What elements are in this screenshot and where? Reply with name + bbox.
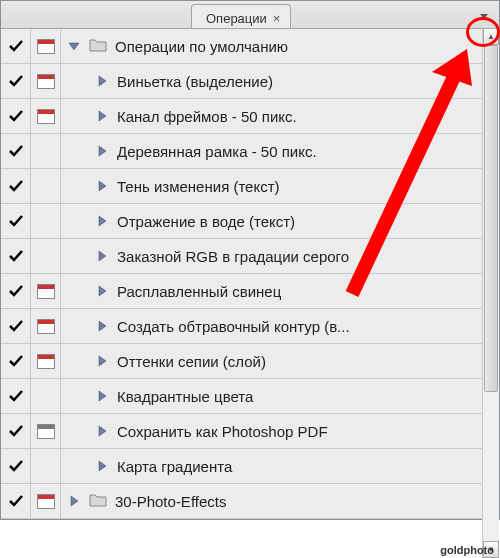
- tab-label: Операции: [206, 11, 267, 26]
- row-main: Оттенки сепии (слой): [61, 353, 499, 370]
- toggle-dialog-checkbox[interactable]: [31, 309, 61, 343]
- action-row[interactable]: Расплавленный свинец: [1, 274, 499, 309]
- disclosure-right-icon[interactable]: [95, 250, 109, 262]
- action-label: Виньетка (выделение): [117, 73, 273, 90]
- toggle-enabled-checkbox[interactable]: [1, 99, 31, 133]
- toggle-enabled-checkbox[interactable]: [1, 134, 31, 168]
- toggle-dialog-checkbox[interactable]: [31, 414, 61, 448]
- dialog-icon: [37, 74, 55, 89]
- svg-marker-0: [480, 14, 488, 19]
- toggle-enabled-checkbox[interactable]: [1, 449, 31, 483]
- toggle-enabled-checkbox[interactable]: [1, 344, 31, 378]
- folder-icon: [89, 38, 107, 55]
- toggle-dialog-checkbox[interactable]: [31, 29, 61, 63]
- toggle-enabled-checkbox[interactable]: [1, 274, 31, 308]
- svg-marker-3: [99, 111, 106, 121]
- svg-marker-7: [99, 251, 106, 261]
- disclosure-right-icon[interactable]: [95, 355, 109, 367]
- action-label: Тень изменения (текст): [117, 178, 280, 195]
- disclosure-right-icon[interactable]: [95, 145, 109, 157]
- toggle-enabled-checkbox[interactable]: [1, 414, 31, 448]
- toggle-dialog-checkbox[interactable]: [31, 344, 61, 378]
- svg-marker-14: [71, 496, 78, 506]
- disclosure-right-icon[interactable]: [95, 215, 109, 227]
- scroll-thumb[interactable]: [484, 45, 498, 392]
- dialog-icon: [37, 494, 55, 509]
- toggle-enabled-checkbox[interactable]: [1, 484, 31, 518]
- scroll-up-button[interactable]: ▲: [483, 28, 499, 45]
- row-main: 30-Photo-Effects: [61, 493, 499, 510]
- action-label: Канал фреймов - 50 пикс.: [117, 108, 297, 125]
- toggle-dialog-checkbox[interactable]: [31, 64, 61, 98]
- svg-marker-6: [99, 216, 106, 226]
- action-label: Расплавленный свинец: [117, 283, 281, 300]
- action-row[interactable]: Сохранить как Photoshop PDF: [1, 414, 499, 449]
- action-label: Создать обтравочный контур (в...: [117, 318, 350, 335]
- action-label: Квадрантные цвета: [117, 388, 253, 405]
- toggle-dialog-checkbox[interactable]: [31, 484, 61, 518]
- row-main: Канал фреймов - 50 пикс.: [61, 108, 499, 125]
- toggle-enabled-checkbox[interactable]: [1, 239, 31, 273]
- toggle-enabled-checkbox[interactable]: [1, 204, 31, 238]
- action-row[interactable]: Виньетка (выделение): [1, 64, 499, 99]
- disclosure-right-icon[interactable]: [95, 425, 109, 437]
- action-row[interactable]: Отражение в воде (текст): [1, 204, 499, 239]
- action-row[interactable]: Создать обтравочный контур (в...: [1, 309, 499, 344]
- toggle-dialog-checkbox[interactable]: [31, 134, 61, 168]
- disclosure-right-icon[interactable]: [95, 75, 109, 87]
- toggle-dialog-checkbox[interactable]: [31, 449, 61, 483]
- toggle-enabled-checkbox[interactable]: [1, 29, 31, 63]
- action-row[interactable]: Канал фреймов - 50 пикс.: [1, 99, 499, 134]
- dialog-icon: [37, 424, 55, 439]
- row-main: Расплавленный свинец: [61, 283, 499, 300]
- svg-marker-9: [99, 321, 106, 331]
- dialog-icon: [37, 354, 55, 369]
- toggle-enabled-checkbox[interactable]: [1, 64, 31, 98]
- row-main: Квадрантные цвета: [61, 388, 499, 405]
- action-label: 30-Photo-Effects: [115, 493, 226, 510]
- close-icon[interactable]: ×: [273, 11, 281, 26]
- scroll-track[interactable]: [483, 45, 499, 541]
- row-main: Операции по умолчанию: [61, 38, 499, 55]
- row-main: Создать обтравочный контур (в...: [61, 318, 499, 335]
- disclosure-right-icon[interactable]: [67, 495, 81, 507]
- action-row[interactable]: Заказной RGB в градации серого: [1, 239, 499, 274]
- scrollbar[interactable]: ▲ ▼: [482, 28, 499, 558]
- action-row[interactable]: Карта градиента: [1, 449, 499, 484]
- toggle-dialog-checkbox[interactable]: [31, 239, 61, 273]
- tab-actions[interactable]: Операции ×: [191, 4, 291, 28]
- svg-marker-5: [99, 181, 106, 191]
- toggle-enabled-checkbox[interactable]: [1, 169, 31, 203]
- disclosure-right-icon[interactable]: [95, 285, 109, 297]
- action-row[interactable]: Оттенки сепии (слой): [1, 344, 499, 379]
- disclosure-right-icon[interactable]: [95, 460, 109, 472]
- svg-marker-11: [99, 391, 106, 401]
- action-row[interactable]: 30-Photo-Effects: [1, 484, 499, 519]
- action-label: Деревянная рамка - 50 пикс.: [117, 143, 317, 160]
- action-label: Оттенки сепии (слой): [117, 353, 266, 370]
- toggle-dialog-checkbox[interactable]: [31, 379, 61, 413]
- row-main: Отражение в воде (текст): [61, 213, 499, 230]
- toggle-dialog-checkbox[interactable]: [31, 99, 61, 133]
- action-row[interactable]: Операции по умолчанию: [1, 29, 499, 64]
- toggle-dialog-checkbox[interactable]: [31, 169, 61, 203]
- disclosure-down-icon[interactable]: [67, 40, 81, 52]
- toggle-dialog-checkbox[interactable]: [31, 274, 61, 308]
- disclosure-right-icon[interactable]: [95, 110, 109, 122]
- toggle-enabled-checkbox[interactable]: [1, 379, 31, 413]
- disclosure-right-icon[interactable]: [95, 320, 109, 332]
- action-label: Отражение в воде (текст): [117, 213, 295, 230]
- panel-menu-button[interactable]: [475, 7, 493, 25]
- action-row[interactable]: Квадрантные цвета: [1, 379, 499, 414]
- dialog-icon: [37, 319, 55, 334]
- tab-bar: Операции ×: [1, 1, 499, 29]
- action-row[interactable]: Деревянная рамка - 50 пикс.: [1, 134, 499, 169]
- toggle-enabled-checkbox[interactable]: [1, 309, 31, 343]
- disclosure-right-icon[interactable]: [95, 390, 109, 402]
- svg-marker-10: [99, 356, 106, 366]
- row-main: Заказной RGB в градации серого: [61, 248, 499, 265]
- disclosure-right-icon[interactable]: [95, 180, 109, 192]
- action-row[interactable]: Тень изменения (текст): [1, 169, 499, 204]
- row-main: Тень изменения (текст): [61, 178, 499, 195]
- toggle-dialog-checkbox[interactable]: [31, 204, 61, 238]
